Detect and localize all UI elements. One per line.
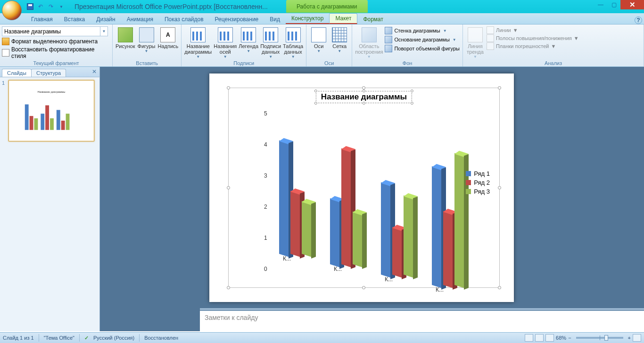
axes-button[interactable]: Оси▼ [308, 25, 329, 53]
resize-handle[interactable] [498, 286, 501, 289]
data-labels-button[interactable]: Подписи данных▼ [259, 25, 282, 59]
resize-handle[interactable] [314, 102, 317, 105]
qat-dropdown[interactable]: ▼ [58, 3, 65, 10]
gridlines-button[interactable]: Сетка▼ [329, 25, 350, 53]
resize-handle[interactable] [227, 186, 230, 189]
spellcheck-icon[interactable]: ✓ [84, 335, 89, 341]
chart-bar [443, 211, 453, 288]
svg-text:Название диаграммы: Название диаграммы [37, 90, 65, 93]
chart-title-icon [190, 27, 206, 42]
reset-style-icon [2, 49, 9, 57]
slide-canvas[interactable]: Название диаграммы 012345 К...К...К...К.… [209, 74, 514, 302]
legend-item: Ряд 3 [466, 188, 490, 195]
zoom-slider[interactable] [576, 337, 623, 339]
maximize-button[interactable]: ▢ [607, 0, 620, 9]
resize-handle[interactable] [411, 102, 413, 105]
zoom-level[interactable]: 68% [556, 335, 566, 341]
close-button[interactable]: ✕ [620, 0, 644, 9]
chart-element-value: Название диаграммы [4, 28, 61, 35]
notes-pane[interactable]: Заметки к слайду [200, 310, 644, 331]
legend-item: Ряд 2 [466, 179, 490, 186]
chart-legend[interactable]: Ряд 1Ряд 2Ряд 3 [466, 168, 490, 197]
tab-design[interactable]: Дизайн [91, 15, 121, 24]
plot-area-icon [362, 27, 377, 42]
insert-picture-button[interactable]: Рисунок [115, 25, 136, 49]
data-table-button[interactable]: Таблица данных▼ [282, 25, 304, 59]
resize-handle[interactable] [362, 286, 365, 289]
resize-handle[interactable] [314, 90, 317, 92]
language-indicator[interactable]: Русский (Россия) [93, 335, 134, 341]
legend-button[interactable]: Легенда▼ [238, 25, 259, 53]
redo-button[interactable]: ↷ [47, 3, 55, 10]
tab-slides[interactable]: Слайды [2, 69, 32, 77]
format-selection-button[interactable]: Формат выделенного фрагмента [2, 37, 98, 46]
error-bars-icon [487, 42, 494, 50]
normal-view-button[interactable] [525, 334, 533, 342]
window-controls: — ▢ ✕ [594, 0, 644, 9]
insert-shapes-button[interactable]: Фигуры▼ [136, 25, 157, 53]
reset-style-button[interactable]: Восстановить форматирование стиля [2, 46, 110, 60]
axis-titles-button[interactable]: Названия осей▼ [213, 25, 238, 59]
group-title: Фон [354, 60, 461, 66]
tab-constructor[interactable]: Конструктор [286, 14, 329, 24]
tab-review[interactable]: Рецензирование [209, 15, 264, 24]
slide-editor[interactable]: Название диаграммы 012345 К...К...К...К.… [100, 67, 644, 331]
slideshow-view-button[interactable] [545, 334, 554, 342]
slide-thumbnail[interactable]: 1 Название диаграммы [2, 80, 98, 141]
chart-title-button[interactable]: Название диаграммы▼ [183, 25, 213, 59]
chart-bar [302, 201, 311, 257]
rotation-3d-button[interactable]: Поворот объемной фигуры [384, 44, 461, 53]
chart-bar [353, 212, 362, 267]
error-bars-button: Планки погрешностей▼ [486, 42, 580, 50]
fit-to-window-button[interactable] [633, 334, 641, 342]
chart-object[interactable]: Название диаграммы 012345 К...К...К...К.… [228, 88, 500, 288]
tab-layout[interactable]: Макет [329, 13, 357, 24]
chart-floor-button[interactable]: Основание диаграммы▼ [384, 35, 461, 44]
close-panel-button[interactable]: ✕ [92, 68, 97, 75]
axis-titles-icon [218, 27, 233, 42]
lines-icon [487, 26, 494, 34]
theme-name: "Тема Office" [44, 335, 74, 341]
undo-button[interactable]: ↶ [37, 3, 44, 10]
tab-slideshow[interactable]: Показ слайдов [159, 15, 209, 24]
group-title: Оси [308, 60, 350, 66]
svg-rect-4 [41, 114, 44, 130]
resize-handle[interactable] [411, 90, 413, 92]
tab-insert[interactable]: Вставка [58, 15, 91, 24]
chart-title-textbox[interactable]: Название диаграммы [316, 91, 412, 103]
resize-handle[interactable] [227, 86, 230, 90]
chart-element-selector[interactable]: Название диаграммы ▼ [2, 26, 108, 36]
dropdown-icon: ▼ [100, 27, 107, 36]
group-labels: Название диаграммы▼ Названия осей▼ Леген… [182, 24, 306, 66]
office-button[interactable] [2, 0, 22, 20]
sorter-view-button[interactable] [535, 334, 544, 342]
tab-outline[interactable]: Структура [31, 69, 66, 77]
notes-splitter[interactable] [200, 308, 644, 310]
chart-bar [279, 140, 289, 257]
tab-animation[interactable]: Анимация [121, 15, 159, 24]
chart-bars [263, 116, 456, 277]
chart-wall-button[interactable]: Стенка диаграммы▼ [384, 26, 461, 35]
zoom-in-button[interactable]: + [628, 335, 631, 341]
quick-access-toolbar: ↶ ↷ ▼ [26, 3, 65, 10]
resize-handle[interactable] [498, 186, 501, 189]
resize-handle[interactable] [363, 102, 365, 105]
svg-rect-7 [57, 110, 60, 130]
tab-home[interactable]: Главная [25, 15, 58, 24]
zoom-out-button[interactable]: − [568, 335, 571, 341]
help-button[interactable]: ? [635, 16, 642, 24]
updown-bars-button: Полосы повышения/понижения▼ [486, 34, 580, 42]
resize-handle[interactable] [227, 286, 230, 289]
legend-label: Ряд 2 [474, 179, 490, 186]
plot-area-button: Область построения▼ [354, 25, 384, 59]
slide-number: 1 [2, 80, 7, 141]
resize-handle[interactable] [362, 86, 365, 90]
recovered-indicator: Восстановлен [144, 335, 178, 341]
save-button[interactable] [26, 3, 34, 10]
thumbnail-preview: Название диаграммы [8, 80, 94, 141]
resize-handle[interactable] [498, 86, 501, 90]
tab-format[interactable]: Формат [357, 15, 389, 24]
insert-textbox-button[interactable]: A Надпись [157, 25, 180, 49]
minimize-button[interactable]: — [594, 0, 607, 9]
tab-view[interactable]: Вид [264, 15, 286, 24]
